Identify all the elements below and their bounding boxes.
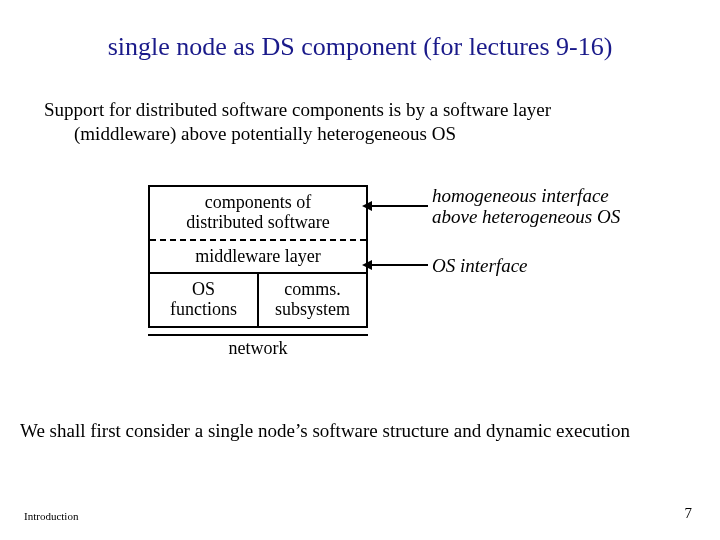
comms-l2: subsystem xyxy=(275,299,350,319)
support-text: Support for distributed software compone… xyxy=(44,98,676,146)
layer-components-l1: components of xyxy=(205,192,311,212)
layer-components-l2: distributed software xyxy=(186,212,329,232)
annot-homog-l1: homogeneous interface xyxy=(432,185,609,206)
annot-homog-l2: above heterogeneous OS xyxy=(432,206,620,227)
support-line-2: (middleware) above potentially heterogen… xyxy=(74,122,676,146)
os-functions-cell: OS functions xyxy=(150,274,259,326)
os-functions-l2: functions xyxy=(170,299,237,319)
layer-diagram: components of distributed software middl… xyxy=(148,185,368,359)
arrow-to-components-top xyxy=(370,205,428,207)
annotation-homogeneous: homogeneous interface above heterogeneou… xyxy=(432,186,672,228)
comms-l1: comms. xyxy=(284,279,341,299)
layer-middleware: middleware layer xyxy=(150,241,366,275)
annotation-os-interface: OS interface xyxy=(432,256,632,277)
comms-cell: comms. subsystem xyxy=(259,274,366,326)
network-label: network xyxy=(148,334,368,359)
conclusion-text: We shall first consider a single node’s … xyxy=(20,420,700,442)
layer-os-row: OS functions comms. subsystem xyxy=(150,274,366,326)
stack-box: components of distributed software middl… xyxy=(148,185,368,328)
layer-components: components of distributed software xyxy=(150,187,366,241)
footer-left: Introduction xyxy=(24,510,78,522)
arrow-to-middleware-bottom xyxy=(370,264,428,266)
os-functions-l1: OS xyxy=(192,279,215,299)
slide: single node as DS component (for lecture… xyxy=(0,0,720,540)
slide-title: single node as DS component (for lecture… xyxy=(0,32,720,62)
page-number: 7 xyxy=(685,505,693,522)
support-line-1: Support for distributed software compone… xyxy=(44,98,676,122)
